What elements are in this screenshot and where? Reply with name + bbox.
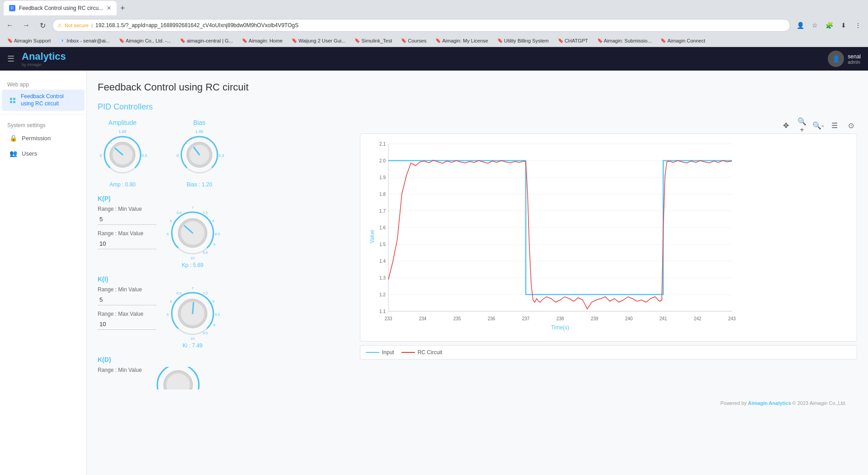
- menu-tool-button[interactable]: ☰: [828, 119, 841, 132]
- svg-text:2.0: 2.0: [379, 158, 386, 163]
- move-tool-button[interactable]: ✥: [779, 119, 792, 132]
- bookmark-label: Aimagin: Home: [249, 38, 283, 43]
- profile-button[interactable]: 👤: [794, 19, 807, 32]
- download-button[interactable]: ⬇: [837, 19, 850, 32]
- controls-area: Amplitude: [98, 119, 857, 397]
- svg-text:1.3: 1.3: [379, 276, 386, 280]
- left-panel: Amplitude: [98, 119, 342, 397]
- bookmark-icon: 🔖: [597, 38, 603, 43]
- kp-range-group: Range : Min Value Range : Max Value: [98, 206, 156, 249]
- ki-range-group: Range : Min Value Range : Max Value: [98, 286, 156, 330]
- browser-actions: 👤 ☆ 🧩 ⬇ ⋮: [794, 19, 864, 32]
- bookmark-aimagin-home[interactable]: 🔖 Aimagin: Home: [238, 37, 286, 44]
- svg-text:243: 243: [728, 316, 736, 321]
- tab-favicon: F: [9, 5, 15, 11]
- bias-label: Bias: [193, 119, 205, 126]
- sidebar-section-webapp: Web app: [0, 78, 86, 90]
- svg-rect-1: [13, 98, 15, 100]
- svg-text:10: 10: [191, 337, 195, 341]
- bookmark-icon: 🔖: [7, 38, 13, 43]
- svg-text:8: 8: [212, 299, 215, 304]
- bookmark-courses[interactable]: 🔖 Courses: [397, 37, 430, 44]
- browser-chrome: F Feedback Control using RC circu... ✕ +…: [0, 0, 868, 47]
- ki-max-input[interactable]: [98, 319, 156, 330]
- kd-knob-group: 20 25 30: [151, 367, 205, 390]
- svg-text:242: 242: [694, 316, 702, 321]
- svg-text:9.5: 9.5: [203, 251, 208, 255]
- address-bar: ← → ↻ ⚠ Not secure | 192.168.1.5/?_appId…: [0, 16, 868, 34]
- svg-text:8.5: 8.5: [215, 313, 220, 317]
- bookmark-submission[interactable]: 🔖 Aimagin: Submissio...: [594, 37, 656, 44]
- star-button[interactable]: ☆: [808, 19, 821, 32]
- reset-tool-button[interactable]: ⊙: [844, 119, 857, 132]
- svg-rect-3: [13, 101, 15, 103]
- kp-min-input[interactable]: [98, 214, 156, 225]
- kp-controls: Range : Min Value Range : Max Value: [98, 206, 342, 268]
- svg-rect-2: [10, 101, 12, 103]
- bookmark-icon: 🔖: [292, 38, 297, 43]
- bookmark-simulink[interactable]: 🔖 Simulink_Test: [351, 37, 396, 44]
- bookmark-label: Aimagin: Submissio...: [604, 38, 652, 43]
- bookmark-label: aimagin-central | G...: [187, 38, 233, 43]
- sidebar-item-permission[interactable]: 🔒 Permission: [2, 130, 85, 146]
- svg-text:3.3: 3.3: [142, 153, 147, 158]
- settings-button[interactable]: ⋮: [852, 19, 864, 32]
- active-tab[interactable]: F Feedback Control using RC circu... ✕: [4, 1, 117, 15]
- menu-toggle-button[interactable]: ☰: [7, 54, 14, 64]
- svg-text:1.65: 1.65: [195, 130, 203, 134]
- svg-text:0: 0: [99, 153, 102, 158]
- svg-text:1.8: 1.8: [379, 192, 386, 197]
- svg-text:1.7: 1.7: [379, 209, 386, 214]
- tab-close-button[interactable]: ✕: [107, 5, 111, 11]
- logo-analytics: Analytics: [22, 51, 66, 62]
- chart-svg: Value 2.1 2.0 1.9 1.8 1.7 1.6: [366, 139, 736, 334]
- legend-input-label: Input: [382, 349, 394, 356]
- footer-text: Powered by: [720, 400, 746, 406]
- ki-knob[interactable]: 5 6 6.5 7 7.5 8 8.5 9 9.: [165, 286, 220, 341]
- extension-button[interactable]: 🧩: [823, 19, 835, 32]
- ki-min-input[interactable]: [98, 294, 156, 305]
- bookmark-aimagin-support[interactable]: 🔖 Aimagin Support: [4, 37, 54, 44]
- section-title: PID Controllers: [98, 102, 857, 112]
- kp-knob[interactable]: 5 6 6.5 7 7.5 8 8.5 9 9.: [165, 206, 220, 260]
- zoom-in-button[interactable]: 🔍+: [796, 119, 808, 132]
- kp-max-input[interactable]: [98, 238, 156, 249]
- bookmark-aimagin-central[interactable]: 🔖 aimagin-central | G...: [176, 37, 236, 44]
- kp-label: K(P): [98, 195, 342, 202]
- kp-knob-group: 5 6 6.5 7 7.5 8 8.5 9 9.: [165, 206, 220, 268]
- url-bar[interactable]: ⚠ Not secure | 192.168.1.5/?_appId=app_1…: [52, 19, 790, 32]
- new-tab-button[interactable]: +: [117, 4, 129, 13]
- bookmark-aimagin-connect[interactable]: 🔖 Aimagin Connect: [657, 37, 709, 44]
- kd-min-label: Range : Min Value: [98, 367, 142, 373]
- sidebar-item-feedback-control[interactable]: Feedback Control using RC circuit: [2, 90, 85, 111]
- bookmark-waijung[interactable]: 🔖 Waijung 2 User Gui...: [288, 37, 349, 44]
- bias-value-label: Bias : 1.20: [187, 181, 212, 188]
- bookmark-icon: 🔖: [497, 38, 503, 43]
- zoom-out-button[interactable]: 🔍-: [812, 119, 825, 132]
- bias-knob[interactable]: 0 3.3 1.65: [175, 130, 224, 180]
- svg-text:5: 5: [167, 232, 169, 236]
- bookmark-inbox[interactable]: 📧 Inbox - senalr@ai...: [56, 37, 113, 44]
- footer: Powered by Aimagin Analytics © 2023 Aima…: [98, 397, 857, 409]
- back-button[interactable]: ←: [4, 19, 16, 32]
- bookmark-label: Inbox - senalr@ai...: [66, 38, 110, 43]
- svg-text:9: 9: [213, 323, 216, 327]
- kd-knob-partial: 20 25 30: [151, 367, 205, 390]
- amplitude-knob[interactable]: 0 3.3 1.65: [98, 130, 147, 180]
- kp-value-label: Kp : 5.69: [182, 262, 203, 268]
- sidebar-item-users[interactable]: 👥 Users: [2, 146, 85, 161]
- refresh-button[interactable]: ↻: [36, 19, 49, 32]
- bookmark-utility-billing[interactable]: 🔖 Utility Billing System: [494, 37, 552, 44]
- bookmark-my-license[interactable]: 🔖 Aimagin: My License: [432, 37, 492, 44]
- bookmark-icon: 📧: [60, 38, 65, 43]
- svg-text:240: 240: [625, 316, 633, 321]
- bookmark-aimagin-co[interactable]: 🔖 Aimagin Co., Ltd. -...: [115, 37, 175, 44]
- forward-button[interactable]: →: [20, 19, 33, 32]
- svg-text:10: 10: [191, 256, 195, 260]
- kp-max-label: Range : Max Value: [98, 230, 156, 237]
- svg-line-35: [193, 303, 193, 314]
- bookmark-chatgpt[interactable]: 🔖 CHATGPT: [554, 37, 592, 44]
- bookmark-icon: 🔖: [242, 38, 247, 43]
- chart-toolbar: ✥ 🔍+ 🔍- ☰ ⊙: [360, 119, 857, 132]
- svg-text:2.1: 2.1: [379, 142, 386, 147]
